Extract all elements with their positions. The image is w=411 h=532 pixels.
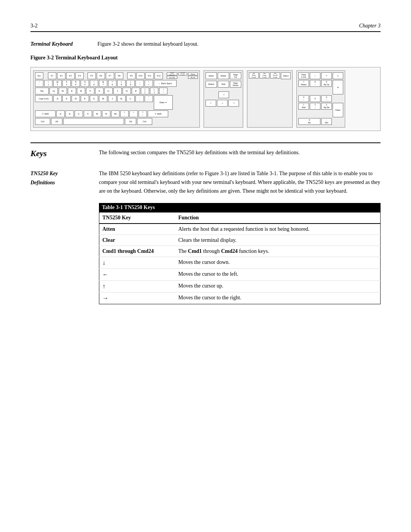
key-page-up[interactable]: PageUp (230, 72, 241, 79)
key-m[interactable]: M (111, 110, 119, 117)
key-ctrl-right[interactable]: Ctrl (137, 118, 152, 125)
key-enter[interactable]: Enter ↵ (154, 95, 173, 110)
key-shift-right[interactable]: ⇧ Shift (148, 110, 168, 117)
key-insert[interactable]: Insert (206, 72, 217, 79)
key-f9[interactable]: F9 (127, 72, 135, 79)
key-print-screen[interactable]: PrintScreen (167, 72, 177, 75)
key-0[interactable]: )0 (126, 80, 135, 87)
key-break[interactable]: Break (188, 76, 198, 79)
key-7[interactable]: &7 (99, 80, 107, 87)
key-j[interactable]: J (108, 95, 116, 102)
key-sys-rq[interactable]: Sys Rq (167, 76, 177, 79)
key-caps-lock[interactable]: Caps Lock (35, 95, 53, 102)
key-minus[interactable]: _– (135, 80, 144, 87)
key-arrow-right[interactable]: → (228, 100, 239, 107)
key-f[interactable]: F (81, 95, 89, 102)
key-home[interactable]: Home (218, 72, 229, 79)
numpad-7[interactable]: 7Home (298, 80, 309, 87)
key-r[interactable]: R (77, 88, 85, 94)
key-backspace[interactable]: ← Back Space (154, 80, 177, 87)
key-3[interactable]: #3 (62, 80, 71, 87)
key-f7[interactable]: F7 (106, 72, 114, 79)
numpad-2[interactable]: 2↓ (310, 103, 320, 110)
key-esc[interactable]: Esc (35, 72, 43, 79)
key-f3[interactable]: F3 (66, 72, 75, 79)
numpad-slash[interactable]: / (310, 72, 320, 79)
numpad-decimal[interactable]: -Del (321, 118, 332, 125)
key-9[interactable]: (9 (117, 80, 126, 87)
key-d[interactable]: D (72, 95, 80, 102)
key-1[interactable]: !1 (44, 80, 53, 87)
numpad-5[interactable]: 5 (310, 95, 320, 102)
key-o[interactable]: O (123, 88, 131, 94)
key-f11[interactable]: F11 (145, 72, 154, 79)
key-alt-right[interactable]: Alt (125, 118, 136, 125)
key-end[interactable]: End (218, 81, 229, 88)
key-pause[interactable]: Pause (188, 72, 198, 75)
key-period[interactable]: >. (129, 110, 138, 117)
numpad-asterisk[interactable]: * (321, 72, 332, 79)
numpad-plus[interactable]: + (333, 80, 343, 94)
key-tab[interactable]: Tab (35, 88, 49, 94)
key-a[interactable]: A (53, 95, 62, 102)
key-slash[interactable]: ?/ (139, 110, 147, 117)
key-g[interactable]: G (90, 95, 98, 102)
key-p[interactable]: P (132, 88, 140, 94)
key-4[interactable]: $4 (72, 80, 80, 87)
key-ctrl-left[interactable]: Ctrl (35, 118, 50, 125)
numpad-enter[interactable]: Enter (333, 103, 343, 117)
key-z[interactable]: Z (56, 110, 65, 117)
key-equals[interactable]: += (145, 80, 153, 87)
key-f6[interactable]: F6 (97, 72, 105, 79)
key-semicolon[interactable]: :; (135, 95, 144, 102)
key-l[interactable]: L (126, 95, 135, 102)
key-quote[interactable]: "' (145, 95, 153, 102)
key-y[interactable]: Y (95, 88, 104, 94)
key-e[interactable]: E (68, 88, 76, 94)
key-f4[interactable]: F4 (75, 72, 84, 79)
key-2[interactable]: @2 (53, 80, 62, 87)
key-page-down[interactable]: PageDown (230, 81, 241, 88)
key-alt-left[interactable]: Alt (51, 118, 62, 125)
key-v[interactable]: V (84, 110, 92, 117)
key-k[interactable]: K (117, 95, 126, 102)
key-f5[interactable]: F5 (88, 72, 96, 79)
numpad-plus-minus[interactable]: ± (333, 72, 343, 79)
key-c[interactable]: C (75, 110, 83, 117)
key-f10[interactable]: F10 (136, 72, 145, 79)
key-x[interactable]: X (65, 110, 74, 117)
key-scroll-lock[interactable]: ScrollLock (178, 72, 187, 75)
numpad-9[interactable]: 9Pg Up (321, 80, 332, 87)
key-w[interactable]: W (59, 88, 67, 94)
key-rbrace[interactable]: }] (150, 88, 158, 94)
key-lbrace[interactable]: {[ (141, 88, 149, 94)
key-arrow-up[interactable]: ↑ (218, 91, 229, 98)
numpad-3[interactable]: 3Pg Dn (321, 103, 332, 110)
key-8[interactable]: *8 (108, 80, 116, 87)
numpad-8[interactable]: 8↑ (310, 80, 320, 87)
key-shift-left[interactable]: ⇧ Shift (35, 110, 56, 117)
key-t[interactable]: T (86, 88, 94, 94)
key-delete[interactable]: Delete (206, 81, 217, 88)
key-b[interactable]: B (93, 110, 101, 117)
key-f2[interactable]: F2 (57, 72, 65, 79)
key-space[interactable] (63, 118, 124, 125)
key-f1[interactable]: F1 (48, 72, 56, 79)
key-u[interactable]: U (104, 88, 113, 94)
numpad-1[interactable]: 1End (298, 103, 309, 110)
key-5[interactable]: %5 (81, 80, 89, 87)
key-select[interactable]: Select (281, 72, 291, 79)
key-s[interactable]: S (62, 95, 71, 102)
key-arrow-left[interactable]: ← (206, 100, 216, 107)
key-f8[interactable]: F8 (115, 72, 123, 79)
key-n[interactable]: N (102, 110, 110, 117)
key-h[interactable]: H (99, 95, 107, 102)
numpad-0[interactable]: 0Ins (298, 118, 320, 125)
key-i[interactable]: I (113, 88, 122, 94)
key-backslash[interactable]: |\ (159, 88, 167, 94)
key-q[interactable]: Q (49, 88, 58, 94)
key-6[interactable]: ^6 (90, 80, 98, 87)
key-f12[interactable]: F12 (155, 72, 163, 79)
numpad-4[interactable]: 4← (298, 95, 309, 102)
key-comma[interactable]: <, (120, 110, 129, 117)
